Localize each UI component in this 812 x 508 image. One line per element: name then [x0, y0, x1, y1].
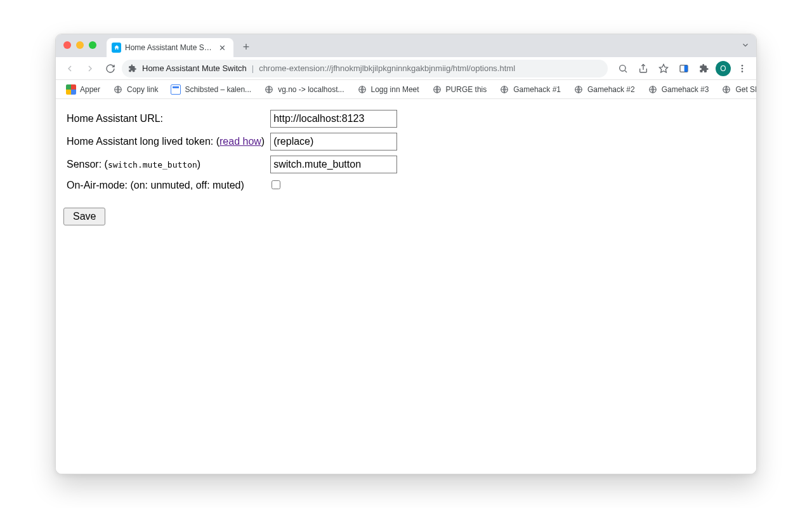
- reload-button[interactable]: [102, 60, 119, 77]
- omnibox-url: chrome-extension://jfhnokmjlbkjilpkgninn…: [259, 64, 515, 73]
- avatar-initial: O: [720, 64, 726, 73]
- svg-line-1: [625, 70, 627, 72]
- home-assistant-favicon: [112, 43, 121, 53]
- sensor-input[interactable]: [270, 156, 397, 173]
- globe-icon: [648, 84, 658, 95]
- bookmarks-bar: ApperCopy linkSchibsted – kalen...vg.no …: [56, 80, 756, 99]
- menu-icon[interactable]: [733, 60, 751, 77]
- browser-window: Home Assistant Mute Switch O ✕ + Home As…: [55, 34, 757, 474]
- bookmark-label: Get SIG: [735, 85, 757, 94]
- omnibox-extension-name: Home Assistant Mute Switch: [142, 64, 247, 73]
- sensor-label-prefix: Sensor: (: [67, 159, 108, 170]
- side-panel-icon[interactable]: [675, 60, 693, 77]
- token-input[interactable]: [270, 133, 397, 150]
- new-tab-button[interactable]: +: [237, 38, 255, 56]
- url-input[interactable]: [270, 110, 397, 128]
- titlebar: Home Assistant Mute Switch O ✕ +: [56, 34, 756, 57]
- bookmark-item[interactable]: Apper: [61, 82, 105, 97]
- bookmark-item[interactable]: Copy link: [108, 82, 163, 97]
- globe-icon: [573, 84, 584, 95]
- bookmark-label: Schibsted – kalen...: [185, 85, 251, 94]
- bookmark-item[interactable]: vg.no -> localhost...: [259, 82, 349, 97]
- grid-icon: [66, 84, 76, 95]
- bookmark-item[interactable]: PURGE this: [427, 82, 492, 97]
- token-label-prefix: Home Assistant long lived token: (: [67, 136, 219, 147]
- svg-rect-5: [684, 65, 688, 72]
- bookmark-label: Gamehack #3: [662, 85, 709, 94]
- toolbar: Home Assistant Mute Switch | chrome-exte…: [56, 57, 756, 80]
- sensor-code: switch.mute_button: [108, 160, 197, 170]
- toolbar-right: O: [614, 60, 751, 77]
- extension-icon: [128, 64, 137, 73]
- bookmark-label: PURGE this: [446, 85, 487, 94]
- page-content: Home Assistant URL: Home Assistant long …: [56, 99, 756, 474]
- forward-button[interactable]: [81, 60, 99, 77]
- url-label: Home Assistant URL:: [66, 109, 267, 128]
- browser-tab-active[interactable]: Home Assistant Mute Switch O ✕: [107, 38, 233, 57]
- svg-point-0: [620, 65, 625, 70]
- share-icon[interactable]: [634, 60, 652, 77]
- globe-icon: [357, 84, 367, 95]
- tabs-row: Home Assistant Mute Switch O ✕ +: [107, 34, 255, 57]
- globe-icon: [113, 84, 123, 95]
- zoom-icon[interactable]: [614, 60, 632, 77]
- token-label-suffix: ): [261, 136, 265, 147]
- bookmark-star-icon[interactable]: [655, 60, 672, 77]
- extensions-icon[interactable]: [695, 60, 713, 77]
- globe-icon: [721, 84, 731, 95]
- read-how-link[interactable]: read how: [219, 136, 261, 147]
- globe-icon: [432, 84, 442, 95]
- tab-close-icon[interactable]: ✕: [218, 43, 227, 53]
- bookmark-label: Copy link: [127, 85, 158, 94]
- bookmark-item[interactable]: Gamehack #2: [568, 82, 640, 97]
- bookmark-label: Logg inn Meet: [371, 85, 419, 94]
- tab-search-button[interactable]: [741, 41, 750, 51]
- window-close-button[interactable]: [63, 41, 71, 49]
- bookmark-item[interactable]: Schibsted – kalen...: [166, 82, 256, 97]
- bookmark-item[interactable]: Gamehack #3: [643, 82, 714, 97]
- svg-marker-3: [659, 64, 667, 72]
- bookmark-label: Gamehack #1: [513, 85, 561, 94]
- onair-label: On-Air-mode: (on: unmuted, off: muted): [66, 178, 267, 192]
- window-minimize-button[interactable]: [76, 41, 84, 49]
- bookmark-item[interactable]: Gamehack #1: [494, 82, 566, 97]
- svg-point-8: [742, 70, 743, 72]
- tab-title: Home Assistant Mute Switch O: [125, 43, 214, 52]
- bookmark-label: vg.no -> localhost...: [278, 85, 344, 94]
- globe-icon: [264, 84, 274, 95]
- profile-avatar[interactable]: O: [716, 61, 731, 76]
- traffic-lights: [63, 41, 96, 49]
- window-zoom-button[interactable]: [89, 41, 96, 49]
- svg-point-7: [742, 67, 743, 69]
- address-bar[interactable]: Home Assistant Mute Switch | chrome-exte…: [122, 60, 608, 77]
- cal-icon: [171, 84, 181, 95]
- bookmark-label: Gamehack #2: [587, 85, 635, 94]
- svg-point-6: [742, 65, 743, 67]
- bookmark-label: Apper: [80, 85, 100, 94]
- bookmark-item[interactable]: Logg inn Meet: [352, 82, 424, 97]
- onair-checkbox[interactable]: [272, 180, 280, 189]
- save-button[interactable]: Save: [63, 208, 105, 225]
- omnibox-separator: |: [252, 64, 254, 73]
- bookmark-item[interactable]: Get SIG: [716, 82, 757, 97]
- back-button[interactable]: [61, 60, 79, 77]
- sensor-label-suffix: ): [197, 159, 200, 170]
- globe-icon: [499, 84, 509, 95]
